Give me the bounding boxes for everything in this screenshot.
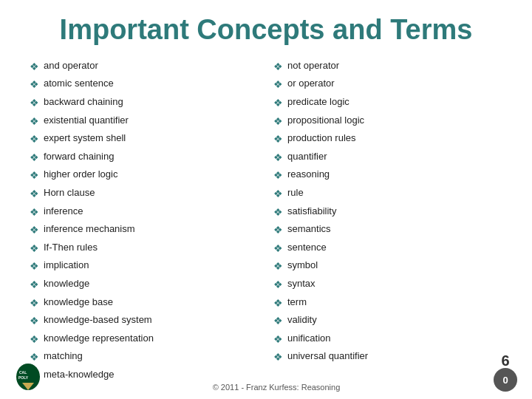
left-item-text: knowledge (44, 277, 89, 290)
left-list-item: ❖implication (30, 259, 259, 274)
left-item-text: forward chaining (44, 150, 114, 163)
right-list-item: ❖sentence (273, 241, 502, 256)
left-list-item: ❖If-Then rules (30, 241, 259, 256)
left-list-item: ❖expert system shell (30, 132, 259, 147)
page-number-top: 6 (501, 353, 509, 368)
bullet-icon: ❖ (30, 115, 39, 129)
slide: Important Concepts and Terms ❖and operat… (0, 0, 532, 399)
right-list-item: ❖reasoning (273, 168, 502, 183)
bullet-icon: ❖ (30, 278, 39, 293)
right-list-item: ❖symbol (273, 259, 502, 274)
content-area: ❖and operator❖atomic sentence❖backward c… (22, 59, 510, 386)
right-list-item: ❖propositional logic (273, 114, 502, 129)
left-column: ❖and operator❖atomic sentence❖backward c… (22, 59, 266, 386)
left-list-item: ❖knowledge-based system (30, 313, 259, 329)
bullet-icon: ❖ (30, 168, 39, 183)
bullet-icon: ❖ (30, 223, 39, 238)
bullet-icon: ❖ (30, 151, 39, 166)
bullet-icon: ❖ (30, 332, 39, 347)
bullet-icon: ❖ (273, 78, 283, 92)
bullet-icon: ❖ (273, 332, 283, 347)
left-item-text: atomic sentence (44, 77, 114, 90)
bullet-icon: ❖ (273, 115, 283, 129)
right-list-item: ❖rule (273, 186, 502, 202)
right-list-item: ❖not operator (273, 59, 502, 75)
left-list-item: ❖and operator (30, 59, 259, 75)
right-list-item: ❖semantics (273, 222, 502, 238)
right-item-text: not operator (287, 59, 339, 72)
right-item-text: propositional logic (287, 114, 364, 127)
left-item-text: knowledge base (44, 296, 113, 309)
left-item-text: inference (44, 205, 83, 218)
left-item-text: knowledge-based system (44, 313, 152, 327)
bullet-icon: ❖ (273, 187, 283, 202)
left-item-text: If-Then rules (44, 241, 98, 254)
footer-copyright: © 2011 - Franz Kurfess: Reasoning (59, 383, 494, 392)
bullet-icon: ❖ (30, 132, 39, 147)
left-item-text: and operator (44, 59, 98, 72)
bullet-icon: ❖ (273, 205, 283, 220)
right-item-text: unification (287, 332, 331, 345)
bullet-icon: ❖ (273, 96, 283, 111)
left-list-item: ❖atomic sentence (30, 77, 259, 92)
left-list-item: ❖existential quantifier (30, 114, 259, 129)
slide-title: Important Concepts and Terms (22, 15, 510, 46)
right-list-item: ❖satisfiability (273, 205, 502, 220)
right-list-item: ❖validity (273, 313, 502, 329)
right-item-text: reasoning (287, 168, 330, 181)
right-item-text: sentence (287, 241, 327, 254)
left-list-item: ❖knowledge (30, 277, 259, 293)
bullet-icon: ❖ (30, 187, 39, 202)
bullet-icon: ❖ (30, 242, 39, 256)
right-item-text: rule (287, 186, 304, 200)
right-item-text: quantifier (287, 150, 327, 163)
svg-text:CAL: CAL (19, 370, 27, 375)
right-item-text: production rules (287, 132, 356, 145)
right-item-text: syntax (287, 277, 316, 290)
left-item-text: Horn clause (44, 186, 95, 200)
left-item-text: existential quantifier (44, 114, 129, 127)
bullet-icon: ❖ (273, 314, 283, 329)
left-list-item: ❖Horn clause (30, 186, 259, 202)
bullet-icon: ❖ (273, 168, 283, 183)
bullet-icon: ❖ (30, 60, 39, 75)
bullet-icon: ❖ (30, 296, 39, 311)
left-list-item: ❖inference mechanism (30, 222, 259, 238)
right-list-item: ❖quantifier (273, 150, 502, 166)
page-number-area: 6 0 (494, 353, 517, 392)
bullet-icon: ❖ (30, 259, 39, 274)
right-list-item: ❖syntax (273, 277, 502, 293)
left-list-item: ❖higher order logic (30, 168, 259, 183)
left-list-item: ❖forward chaining (30, 150, 259, 166)
left-item-text: backward chaining (44, 95, 123, 109)
left-list-item: ❖inference (30, 205, 259, 220)
bullet-icon: ❖ (273, 259, 283, 274)
bullet-icon: ❖ (30, 314, 39, 329)
right-item-text: validity (287, 313, 317, 327)
left-item-text: inference mechanism (44, 222, 135, 236)
left-item-text: knowledge representation (44, 332, 154, 345)
footer: CAL POLY © 2011 - Franz Kurfess: Reasoni… (0, 353, 532, 392)
right-item-text: or operator (287, 77, 335, 90)
right-list-item: ❖predicate logic (273, 95, 502, 111)
bullet-icon: ❖ (30, 96, 39, 111)
left-item-text: higher order logic (44, 168, 117, 181)
right-item-text: predicate logic (287, 95, 349, 109)
right-column: ❖not operator❖or operator❖predicate logi… (266, 59, 510, 386)
right-item-text: symbol (287, 259, 318, 272)
right-item-text: semantics (287, 222, 331, 236)
bullet-icon: ❖ (273, 278, 283, 293)
bullet-icon: ❖ (273, 132, 283, 147)
bullet-icon: ❖ (273, 60, 283, 75)
page-circle: 0 (494, 368, 517, 392)
right-list-item: ❖unification (273, 332, 502, 347)
bullet-icon: ❖ (30, 205, 39, 220)
cal-poly-logo: CAL POLY (15, 362, 59, 392)
left-item-text: implication (44, 259, 89, 272)
right-list-item: ❖production rules (273, 132, 502, 147)
bullet-icon: ❖ (30, 78, 39, 92)
right-item-text: term (287, 296, 307, 309)
logo-area: CAL POLY (15, 362, 59, 392)
left-list-item: ❖backward chaining (30, 95, 259, 111)
bullet-icon: ❖ (273, 151, 283, 166)
